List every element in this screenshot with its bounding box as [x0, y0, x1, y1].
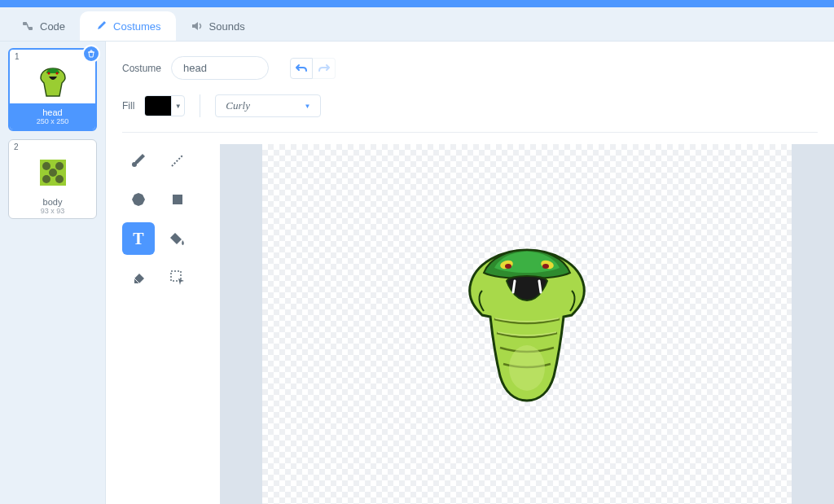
fill-label: Fill: [122, 100, 134, 112]
svg-point-7: [42, 175, 50, 183]
code-icon: [21, 20, 34, 33]
fill-swatch: [145, 96, 171, 116]
square-icon: [169, 191, 187, 208]
costume-number: 1: [15, 52, 20, 61]
costume-number: 2: [14, 142, 19, 151]
tab-code[interactable]: Code: [7, 11, 80, 41]
toolbar-divider: [200, 94, 200, 117]
costume-name-text: head: [10, 107, 95, 117]
editor-panel: Costume Fill ▼: [106, 42, 834, 504]
redo-icon: [318, 64, 330, 73]
editor-header: Costume Fill ▼: [106, 42, 834, 127]
svg-point-10: [132, 162, 137, 167]
undo-redo-group: [290, 58, 336, 79]
line-icon: [169, 151, 187, 169]
editor-body: T: [106, 133, 834, 504]
tab-sounds-label: Sounds: [209, 20, 245, 33]
costume-dims-text: 250 x 250: [10, 117, 95, 125]
svg-rect-0: [23, 22, 27, 25]
svg-line-11: [172, 155, 183, 166]
costume-thumbnail: [32, 153, 74, 192]
tool-palette: T: [106, 144, 220, 504]
tool-select[interactable]: [161, 261, 194, 294]
tool-text[interactable]: T: [122, 222, 155, 255]
undo-icon: [296, 64, 307, 73]
trash-icon: [87, 50, 95, 58]
fill-color-control[interactable]: ▼: [144, 95, 185, 116]
svg-point-5: [42, 162, 50, 170]
header-row-name: Costume: [122, 56, 818, 80]
costume-name-input[interactable]: [171, 56, 269, 80]
font-select[interactable]: Curly ▼: [215, 94, 321, 117]
svg-marker-12: [132, 193, 145, 206]
tool-circle[interactable]: [122, 183, 155, 216]
tab-sounds[interactable]: Sounds: [176, 11, 260, 41]
tab-costumes[interactable]: Costumes: [80, 11, 176, 41]
redo-button[interactable]: [313, 58, 336, 79]
svg-point-17: [505, 264, 511, 269]
select-icon: [169, 269, 187, 287]
fill-bucket-icon: [169, 230, 187, 248]
fill-dropdown-caret: ▼: [171, 96, 184, 116]
costume-item-head[interactable]: 1 head 250 x 250: [8, 48, 97, 131]
tab-code-label: Code: [40, 20, 65, 33]
costume-item-body[interactable]: 2 body 93 x 93: [8, 139, 97, 219]
svg-point-18: [542, 264, 549, 269]
costume-dims-text: 93 x 93: [12, 207, 93, 215]
costume-thumbnail: [32, 63, 74, 102]
eraser-icon: [129, 269, 147, 287]
tool-brush[interactable]: [122, 144, 155, 177]
top-window-bar: [0, 0, 834, 7]
delete-costume-button[interactable]: [82, 45, 100, 63]
svg-rect-1: [29, 27, 33, 30]
svg-point-2: [47, 72, 50, 75]
header-row-fill: Fill ▼ Curly ▼: [122, 94, 818, 117]
sprite-graphic[interactable]: [450, 242, 604, 408]
costume-label: head 250 x 250: [10, 103, 95, 129]
svg-point-9: [49, 169, 57, 177]
tool-eraser[interactable]: [122, 261, 155, 294]
sound-icon: [191, 20, 204, 33]
main-area: 1 head 250 x 250 2: [0, 42, 834, 504]
canvas-wrapper: [220, 144, 834, 504]
tool-square[interactable]: [161, 183, 194, 216]
chevron-down-icon: ▼: [304, 103, 310, 110]
text-icon: T: [133, 230, 143, 248]
costume-name-text: body: [12, 197, 93, 207]
paintbrush-icon: [94, 20, 108, 33]
svg-point-19: [509, 345, 545, 391]
svg-rect-13: [173, 195, 182, 204]
svg-point-6: [55, 162, 64, 170]
tool-fill[interactable]: [161, 222, 194, 255]
brush-icon: [129, 151, 147, 169]
costume-list: 1 head 250 x 250 2: [0, 42, 106, 504]
svg-point-3: [55, 72, 58, 75]
circle-icon: [129, 191, 147, 208]
font-name-label: Curly: [226, 99, 250, 112]
tabs-row: Code Costumes Sounds: [0, 7, 834, 42]
tab-costumes-label: Costumes: [113, 20, 161, 33]
costume-label: body 93 x 93: [12, 194, 93, 215]
costume-field-label: Costume: [122, 63, 161, 74]
undo-button[interactable]: [290, 58, 313, 79]
canvas[interactable]: [262, 144, 792, 504]
tool-line[interactable]: [161, 144, 194, 177]
svg-point-8: [55, 175, 64, 183]
